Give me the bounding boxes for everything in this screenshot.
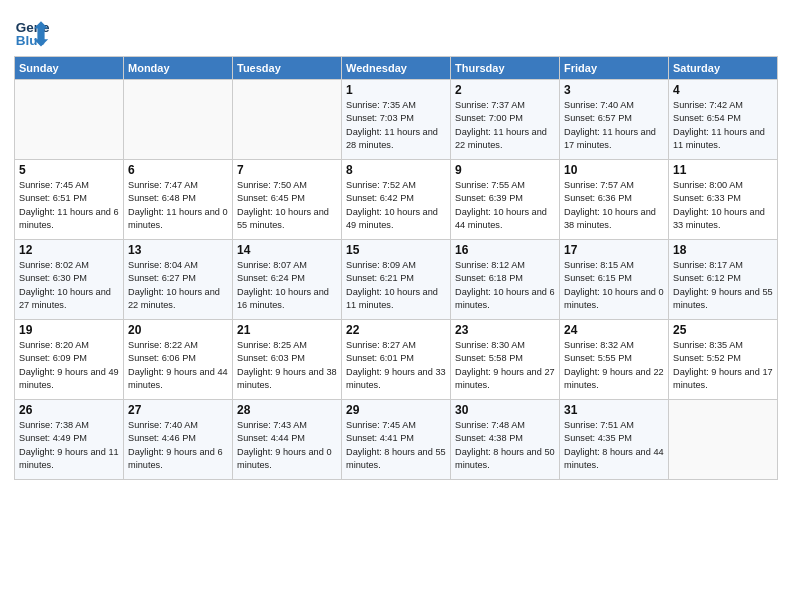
day-info: Sunrise: 7:47 AM Sunset: 6:48 PM Dayligh… [128,179,228,232]
day-info: Sunrise: 7:42 AM Sunset: 6:54 PM Dayligh… [673,99,773,152]
day-number: 10 [564,163,664,177]
day-number: 17 [564,243,664,257]
logo-icon: General Blue [14,14,50,50]
header: General Blue [14,10,778,50]
day-number: 2 [455,83,555,97]
day-number: 9 [455,163,555,177]
day-number: 7 [237,163,337,177]
day-info: Sunrise: 8:04 AM Sunset: 6:27 PM Dayligh… [128,259,228,312]
weekday-row: SundayMondayTuesdayWednesdayThursdayFrid… [15,57,778,80]
calendar-week-row: 5Sunrise: 7:45 AM Sunset: 6:51 PM Daylig… [15,160,778,240]
calendar-week-row: 1Sunrise: 7:35 AM Sunset: 7:03 PM Daylig… [15,80,778,160]
calendar-cell: 10Sunrise: 7:57 AM Sunset: 6:36 PM Dayli… [560,160,669,240]
day-number: 18 [673,243,773,257]
calendar-cell: 9Sunrise: 7:55 AM Sunset: 6:39 PM Daylig… [451,160,560,240]
calendar-cell: 31Sunrise: 7:51 AM Sunset: 4:35 PM Dayli… [560,400,669,480]
day-info: Sunrise: 8:15 AM Sunset: 6:15 PM Dayligh… [564,259,664,312]
calendar-cell: 29Sunrise: 7:45 AM Sunset: 4:41 PM Dayli… [342,400,451,480]
calendar-cell: 2Sunrise: 7:37 AM Sunset: 7:00 PM Daylig… [451,80,560,160]
day-number: 3 [564,83,664,97]
day-number: 1 [346,83,446,97]
day-number: 27 [128,403,228,417]
day-info: Sunrise: 8:00 AM Sunset: 6:33 PM Dayligh… [673,179,773,232]
day-info: Sunrise: 7:57 AM Sunset: 6:36 PM Dayligh… [564,179,664,232]
day-info: Sunrise: 7:40 AM Sunset: 4:46 PM Dayligh… [128,419,228,472]
calendar-cell: 25Sunrise: 8:35 AM Sunset: 5:52 PM Dayli… [669,320,778,400]
day-number: 4 [673,83,773,97]
day-info: Sunrise: 7:48 AM Sunset: 4:38 PM Dayligh… [455,419,555,472]
calendar-cell [15,80,124,160]
calendar-cell: 21Sunrise: 8:25 AM Sunset: 6:03 PM Dayli… [233,320,342,400]
calendar-cell: 22Sunrise: 8:27 AM Sunset: 6:01 PM Dayli… [342,320,451,400]
calendar-week-row: 19Sunrise: 8:20 AM Sunset: 6:09 PM Dayli… [15,320,778,400]
day-number: 25 [673,323,773,337]
calendar-cell: 20Sunrise: 8:22 AM Sunset: 6:06 PM Dayli… [124,320,233,400]
calendar-week-row: 26Sunrise: 7:38 AM Sunset: 4:49 PM Dayli… [15,400,778,480]
day-info: Sunrise: 7:52 AM Sunset: 6:42 PM Dayligh… [346,179,446,232]
calendar-cell: 6Sunrise: 7:47 AM Sunset: 6:48 PM Daylig… [124,160,233,240]
day-number: 16 [455,243,555,257]
day-number: 28 [237,403,337,417]
calendar-cell: 15Sunrise: 8:09 AM Sunset: 6:21 PM Dayli… [342,240,451,320]
day-info: Sunrise: 8:22 AM Sunset: 6:06 PM Dayligh… [128,339,228,392]
day-number: 31 [564,403,664,417]
day-info: Sunrise: 8:32 AM Sunset: 5:55 PM Dayligh… [564,339,664,392]
day-info: Sunrise: 7:40 AM Sunset: 6:57 PM Dayligh… [564,99,664,152]
day-info: Sunrise: 8:09 AM Sunset: 6:21 PM Dayligh… [346,259,446,312]
day-info: Sunrise: 8:30 AM Sunset: 5:58 PM Dayligh… [455,339,555,392]
weekday-header: Tuesday [233,57,342,80]
day-number: 14 [237,243,337,257]
weekday-header: Wednesday [342,57,451,80]
calendar-cell: 17Sunrise: 8:15 AM Sunset: 6:15 PM Dayli… [560,240,669,320]
day-number: 6 [128,163,228,177]
calendar-cell: 3Sunrise: 7:40 AM Sunset: 6:57 PM Daylig… [560,80,669,160]
day-number: 30 [455,403,555,417]
calendar-cell: 8Sunrise: 7:52 AM Sunset: 6:42 PM Daylig… [342,160,451,240]
day-number: 15 [346,243,446,257]
day-number: 21 [237,323,337,337]
calendar-cell [124,80,233,160]
calendar-cell: 27Sunrise: 7:40 AM Sunset: 4:46 PM Dayli… [124,400,233,480]
day-info: Sunrise: 7:45 AM Sunset: 4:41 PM Dayligh… [346,419,446,472]
weekday-header: Friday [560,57,669,80]
day-info: Sunrise: 7:35 AM Sunset: 7:03 PM Dayligh… [346,99,446,152]
day-info: Sunrise: 8:12 AM Sunset: 6:18 PM Dayligh… [455,259,555,312]
weekday-header: Thursday [451,57,560,80]
day-info: Sunrise: 7:45 AM Sunset: 6:51 PM Dayligh… [19,179,119,232]
day-number: 22 [346,323,446,337]
day-info: Sunrise: 8:35 AM Sunset: 5:52 PM Dayligh… [673,339,773,392]
day-info: Sunrise: 8:25 AM Sunset: 6:03 PM Dayligh… [237,339,337,392]
calendar-cell: 24Sunrise: 8:32 AM Sunset: 5:55 PM Dayli… [560,320,669,400]
calendar-cell: 5Sunrise: 7:45 AM Sunset: 6:51 PM Daylig… [15,160,124,240]
calendar-cell: 14Sunrise: 8:07 AM Sunset: 6:24 PM Dayli… [233,240,342,320]
day-number: 5 [19,163,119,177]
day-info: Sunrise: 7:37 AM Sunset: 7:00 PM Dayligh… [455,99,555,152]
calendar-cell: 13Sunrise: 8:04 AM Sunset: 6:27 PM Dayli… [124,240,233,320]
weekday-header: Saturday [669,57,778,80]
calendar-cell: 1Sunrise: 7:35 AM Sunset: 7:03 PM Daylig… [342,80,451,160]
calendar-cell: 16Sunrise: 8:12 AM Sunset: 6:18 PM Dayli… [451,240,560,320]
calendar-cell [669,400,778,480]
calendar-cell: 30Sunrise: 7:48 AM Sunset: 4:38 PM Dayli… [451,400,560,480]
day-info: Sunrise: 8:20 AM Sunset: 6:09 PM Dayligh… [19,339,119,392]
calendar-cell [233,80,342,160]
day-number: 12 [19,243,119,257]
calendar-cell: 19Sunrise: 8:20 AM Sunset: 6:09 PM Dayli… [15,320,124,400]
day-number: 29 [346,403,446,417]
calendar-cell: 7Sunrise: 7:50 AM Sunset: 6:45 PM Daylig… [233,160,342,240]
day-number: 13 [128,243,228,257]
calendar-body: 1Sunrise: 7:35 AM Sunset: 7:03 PM Daylig… [15,80,778,480]
calendar-header: SundayMondayTuesdayWednesdayThursdayFrid… [15,57,778,80]
day-info: Sunrise: 8:27 AM Sunset: 6:01 PM Dayligh… [346,339,446,392]
day-number: 8 [346,163,446,177]
calendar-cell: 11Sunrise: 8:00 AM Sunset: 6:33 PM Dayli… [669,160,778,240]
page-container: General Blue SundayMondayTuesdayWednesda… [0,0,792,490]
day-info: Sunrise: 7:55 AM Sunset: 6:39 PM Dayligh… [455,179,555,232]
calendar-cell: 23Sunrise: 8:30 AM Sunset: 5:58 PM Dayli… [451,320,560,400]
day-info: Sunrise: 7:38 AM Sunset: 4:49 PM Dayligh… [19,419,119,472]
day-info: Sunrise: 8:07 AM Sunset: 6:24 PM Dayligh… [237,259,337,312]
day-number: 23 [455,323,555,337]
day-info: Sunrise: 7:51 AM Sunset: 4:35 PM Dayligh… [564,419,664,472]
day-number: 26 [19,403,119,417]
calendar-cell: 4Sunrise: 7:42 AM Sunset: 6:54 PM Daylig… [669,80,778,160]
